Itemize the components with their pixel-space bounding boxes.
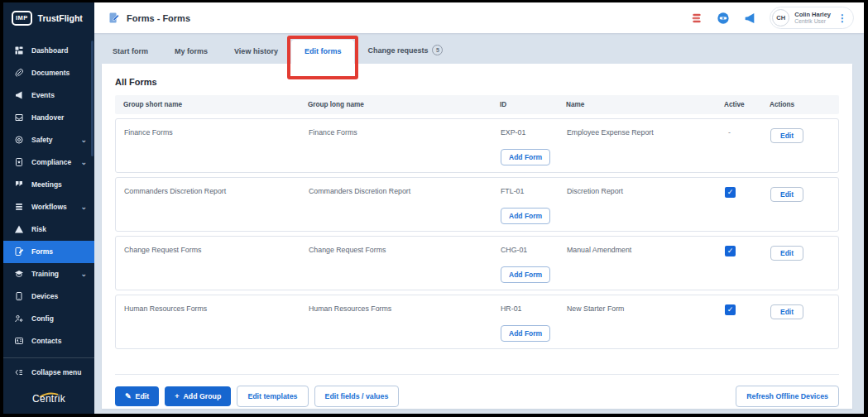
sidebar-item-label: Safety [31,136,53,144]
collapse-menu-button[interactable]: Collapse menu [3,360,94,385]
user-gear-icon [14,314,24,324]
sidebar-item-devices[interactable]: Devices [3,285,94,308]
cell-short-name: Finance Forms [116,128,300,137]
announcement-megaphone-icon[interactable] [743,12,756,25]
table-header-row: Group short name Group long name ID Name… [115,95,839,114]
sidebar-item-meetings[interactable]: Meetings [3,174,94,196]
centrik-logo: Centrik [3,385,94,415]
edit-group-button[interactable]: ✎ Edit [115,386,159,406]
cell-name: Discretion Report [559,187,717,195]
tab-view-history[interactable]: View history [221,40,291,64]
centrik-logo-text: Centrik [3,393,94,405]
sidebar-item-label: Contacts [31,337,61,345]
offline-queue-icon[interactable] [690,12,703,25]
sidebar-item-label: Devices [31,292,58,300]
col-name: Name [558,101,716,108]
edit-fields-values-button[interactable]: Edit fields / values [314,386,400,407]
chevron-down-icon: ⌄ [80,137,87,144]
cell-id: HR-01 [492,304,559,313]
active-checkbox[interactable]: ✓ [725,304,736,315]
sidebar-divider [3,357,94,358]
sidebar-item-label: Compliance [31,158,71,166]
edit-button[interactable]: Edit [770,304,803,319]
change-requests-count-badge: 5 [432,45,443,55]
table-row: Finance Forms Finance Forms EXP-01 Emplo… [115,118,839,173]
add-form-button[interactable]: Add Form [501,325,550,342]
tab-edit-forms[interactable]: Edit forms [291,40,355,64]
edit-button[interactable]: Edit [770,187,803,202]
chevron-down-icon: ⌄ [80,204,87,211]
cell-name: Manual Amendment [559,246,717,254]
cell-name: Employee Expense Report [559,128,717,137]
sidebar-item-documents[interactable]: Documents [3,62,94,84]
graduation-cap-icon [14,269,24,279]
active-checkbox[interactable]: ✓ [725,246,736,256]
warning-triangle-icon [14,224,24,234]
active-checkbox[interactable]: ✓ [725,187,736,198]
main-area: Forms - Forms CH Colin Harley Centrik Us… [94,2,864,414]
pencil-icon: ✎ [125,393,132,400]
imp-logo-badge: IMP [12,11,32,26]
tab-my-forms[interactable]: My forms [161,40,221,64]
screenshot-frame: IMP TrustFlight Dashboard Documents Even… [0,0,868,417]
sidebar-item-risk[interactable]: Risk [3,218,94,241]
collapse-menu-label: Collapse menu [31,368,81,376]
cell-long-name: Change Request Forms [300,246,492,254]
sidebar-item-forms[interactable]: Forms [3,241,94,263]
tab-change-requests[interactable]: Change requests 5 [354,37,456,64]
sidebar-item-label: Training [31,270,59,278]
sidebar-item-config[interactable]: Config [3,308,94,330]
cell-short-name: Human Resources Forms [116,304,300,313]
add-form-button[interactable]: Add Form [501,266,550,283]
sidebar: IMP TrustFlight Dashboard Documents Even… [3,2,94,414]
chevron-down-icon: ⌄ [80,159,87,166]
megaphone-icon [14,90,24,100]
sidebar-item-compliance[interactable]: Compliance ⌄ [3,151,94,174]
certificate-icon [14,157,24,167]
form-pencil-icon [14,247,24,256]
chevron-down-icon: ⌄ [80,271,87,278]
sidebar-item-label: Risk [31,225,46,233]
col-actions: Actions [761,101,839,108]
edit-templates-button[interactable]: Edit templates [237,386,308,407]
col-group-short-name: Group short name [115,101,300,108]
edit-button[interactable]: Edit [770,128,803,143]
dashboard-icon [14,46,24,55]
page-title: Forms - Forms [127,13,190,23]
sidebar-item-workflows[interactable]: Workflows ⌄ [3,196,94,218]
forms-page-icon [108,12,120,24]
user-menu[interactable]: CH Colin Harley Centrik User ⋮ [770,7,854,29]
sidebar-item-label: Dashboard [31,46,68,55]
add-form-button[interactable]: Add Form [501,208,550,224]
kebab-menu-icon[interactable]: ⋮ [836,12,849,24]
all-forms-panel: All Forms Group short name Group long na… [102,64,852,409]
tablet-icon [14,291,24,301]
sidebar-item-contacts[interactable]: Contacts [3,330,94,352]
add-form-button[interactable]: Add Form [501,149,550,165]
col-group-long-name: Group long name [300,101,492,108]
sidebar-item-dashboard[interactable]: Dashboard [3,40,94,62]
active-empty-value: - [717,128,762,137]
footer-actions: ✎ Edit + Add Group Edit templates Edit f… [115,374,839,407]
quotes-icon [14,180,24,189]
cell-id: FTL-01 [492,187,559,195]
tab-start-form[interactable]: Start form [99,40,161,64]
sidebar-item-safety[interactable]: Safety ⌄ [3,129,94,151]
sidebar-item-events[interactable]: Events [3,84,94,107]
add-group-button[interactable]: + Add Group [165,386,231,406]
sidebar-item-training[interactable]: Training ⌄ [3,263,94,285]
sidebar-item-label: Handover [31,113,64,122]
edit-button[interactable]: Edit [770,246,803,261]
page-title-group: Forms - Forms [108,12,190,24]
table-row: Commanders Discretion Report Commanders … [115,177,839,232]
panel-heading: All Forms [115,77,839,87]
refresh-offline-devices-button[interactable]: Refresh Offline Devices [736,386,839,407]
sidebar-item-handover[interactable]: Handover [3,107,94,129]
stacked-lines-icon [14,202,24,212]
brand-logo[interactable]: IMP TrustFlight [3,2,94,36]
link-icon[interactable] [717,12,730,25]
sidebar-nav: Dashboard Documents Events Handover Safe… [3,36,94,385]
topbar-right: CH Colin Harley Centrik User ⋮ [690,7,854,29]
lifebuoy-icon [14,135,24,145]
id-card-icon [14,336,24,346]
